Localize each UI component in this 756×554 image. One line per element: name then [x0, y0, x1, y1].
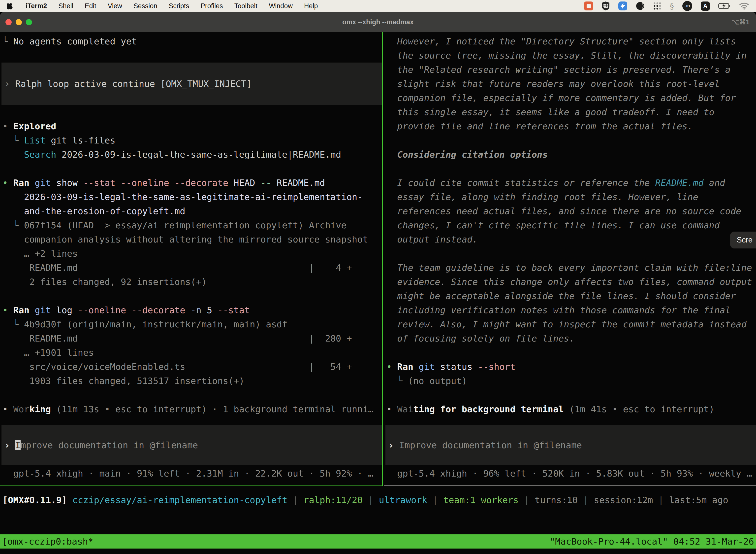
terminal-line: might be acceptable alongside the file l…	[386, 289, 756, 303]
terminal-line: slight risk that future readers may over…	[386, 77, 756, 91]
terminal: └ No agents completed yet › Ralph loop a…	[0, 32, 756, 554]
left-pane-bottom-border	[0, 486, 382, 486]
previous-box-border-right	[384, 33, 754, 33]
terminal-line: this single essay, it seems like a good …	[386, 105, 756, 119]
terminal-line: • Waiting for background terminal (1m 41…	[386, 402, 756, 416]
terminal-line: including verification notes with those …	[386, 303, 756, 317]
window-titlebar[interactable]: omx --xhigh --madmax ⌥⌘1	[0, 12, 756, 32]
terminal-line: … +2 lines	[2, 246, 382, 261]
prompt-input-left-text: › Improve documentation in @filename	[4, 438, 198, 452]
terminal-line: └ List git ls-files	[2, 133, 382, 148]
terminal-line: • Working (11m 13s • esc to interrupt) ·…	[2, 402, 382, 416]
terminal-line	[386, 388, 756, 402]
menu-item-window[interactable]: Window	[263, 2, 298, 10]
terminal-line: provide file and line references from th…	[386, 119, 756, 133]
terminal-line: • Ran git show --stat --oneline --decora…	[2, 176, 382, 190]
terminal-line: and-the-erosion-of-copyleft.md	[2, 204, 382, 218]
snake-icon[interactable]: §	[670, 1, 674, 11]
terminal-line	[386, 345, 756, 359]
right-lines: However, I noticed the "Directory Struct…	[386, 34, 756, 416]
terminal-line: references need actual files, and since …	[386, 204, 756, 218]
terminal-line	[386, 162, 756, 176]
terminal-line: changes, I can't cite specific file line…	[386, 218, 756, 232]
terminal-line	[386, 246, 756, 261]
terminal-line: src/voice/voiceModeEnabled.ts | 54 +	[2, 359, 382, 374]
previous-box-corner	[16, 33, 16, 37]
a-app-icon[interactable]: A	[701, 1, 710, 11]
right-pane-bottom-border	[384, 486, 756, 486]
terminal-line: Search 2026-03-09-is-legal-the-same-as-l…	[2, 148, 382, 162]
terminal-line: review. Also, I might want to inspect th…	[386, 317, 756, 331]
screen-share-icon[interactable]	[584, 1, 593, 10]
terminal-line: 1903 files changed, 513517 insertions(+)	[2, 374, 382, 388]
terminal-line: └ 4b9d30f (origin/main, instructkr/main,…	[2, 317, 382, 331]
tree-connector	[16, 190, 16, 220]
terminal-line: evidence. Since this change only affects…	[386, 275, 756, 289]
terminal-line: I could cite commit statistics or refere…	[386, 176, 756, 190]
previous-box-border	[0, 33, 350, 33]
terminal-line: • Ran git status --short	[386, 359, 756, 374]
left-agent-pane[interactable]: └ No agents completed yet › Ralph loop a…	[0, 32, 382, 486]
terminal-line: └ (no output)	[386, 374, 756, 388]
tmux-host-clock: "MacBook-Pro-44.local" 04:52 31-Mar-26	[550, 536, 754, 547]
window-shortcut: ⌥⌘1	[732, 18, 750, 26]
ralph-inject-banner: › Ralph loop active continue [OMX_TMUX_I…	[1, 63, 382, 105]
menu-item-scripts[interactable]: Scripts	[163, 2, 195, 10]
contrast-moon-icon[interactable]	[636, 1, 645, 10]
menu-item-session[interactable]: Session	[128, 2, 163, 10]
terminal-line: • Ran git log --oneline --decorate -n 5 …	[2, 303, 382, 317]
prompt-input-right-text: › Improve documentation in @filename	[388, 438, 582, 452]
pane-divider[interactable]	[382, 32, 383, 486]
terminal-line: output instead.	[386, 232, 756, 246]
terminal-line: README.md | 4 +	[2, 261, 382, 275]
terminal-line	[2, 162, 382, 176]
menu-item-view[interactable]: View	[102, 2, 128, 10]
terminal-line: … +1901 lines	[2, 345, 382, 359]
terminal-line: README.md | 280 +	[2, 331, 382, 345]
terminal-line	[2, 289, 382, 303]
gauge-badge-icon[interactable]: ..61	[682, 1, 692, 11]
terminal-line: • Explored	[2, 119, 382, 133]
terminal-line: However, I noticed the "Directory Struct…	[386, 34, 756, 48]
terminal-line: 2026-03-09-is-legal-the-same-as-legitima…	[2, 190, 382, 204]
menu-item-toolbelt[interactable]: Toolbelt	[229, 2, 263, 10]
terminal-line: └ No agents completed yet	[2, 34, 382, 48]
terminal-line: companion file, especially if more comme…	[386, 91, 756, 105]
window-title: omx --xhigh --madmax	[0, 18, 756, 26]
model-status-left: gpt-5.4 xhigh · main · 91% left · 2.31M …	[2, 466, 382, 481]
menu-item-edit[interactable]: Edit	[79, 2, 102, 10]
terminal-line: └ 067f154 (HEAD -> essay/ai-reimplementa…	[2, 218, 382, 232]
terminal-line: the source tree, missing the essay. Stil…	[386, 48, 756, 63]
screen-overlay-button[interactable]: Scre	[730, 232, 756, 248]
terminal-line	[2, 388, 382, 402]
screen: iTerm2 Shell Edit View Session Scripts P…	[0, 0, 756, 554]
menu-bar: iTerm2 Shell Edit View Session Scripts P…	[0, 0, 756, 12]
terminal-line: companion analysis without altering the …	[2, 232, 382, 246]
menu-item-shell[interactable]: Shell	[53, 2, 79, 10]
terminal-line	[386, 133, 756, 148]
tmux-status-bar: [omx-cczip0:bash* "MacBook-Pro-44.local"…	[0, 535, 756, 549]
left-lines-top: └ No agents completed yet	[2, 34, 382, 63]
terminal-line: the "Related research writing" section i…	[386, 63, 756, 77]
prompt-input-left[interactable]: › Improve documentation in @filename	[1, 425, 382, 465]
left-lines-main: • Explored └ List git ls-files Search 20…	[2, 105, 382, 416]
ralph-inject-line: › Ralph loop active continue [OMX_TMUX_I…	[4, 77, 252, 91]
right-agent-pane[interactable]: However, I noticed the "Directory Struct…	[384, 32, 756, 486]
omx-status-bar: [OMX#0.11.9] cczip/essay/ai-reimplementa…	[2, 493, 728, 507]
terminal-line: 2 files changed, 92 insertions(+)	[2, 275, 382, 289]
menu-item-help[interactable]: Help	[298, 2, 324, 10]
bolt-shield-icon[interactable]	[618, 1, 627, 10]
terminal-line	[2, 105, 382, 119]
dots-grid-icon[interactable]	[653, 2, 662, 10]
apple-menu-icon[interactable]	[7, 2, 13, 10]
prompt-input-right[interactable]: › Improve documentation in @filename	[385, 425, 756, 465]
terminal-line: of focusing solely on file lines.	[386, 331, 756, 345]
menu-item-iterm2[interactable]: iTerm2	[20, 2, 53, 10]
keyboard-shield-icon[interactable]	[602, 1, 610, 11]
model-status-right: gpt-5.4 xhigh · 96% left · 520K in · 5.8…	[386, 466, 756, 481]
tmux-session-label: [omx-cczip0:bash*	[2, 536, 93, 547]
wifi-icon[interactable]	[739, 2, 749, 10]
battery-icon[interactable]	[718, 3, 731, 9]
menu-item-profiles[interactable]: Profiles	[195, 2, 229, 10]
terminal-line: essay file, along with finding root file…	[386, 190, 756, 204]
